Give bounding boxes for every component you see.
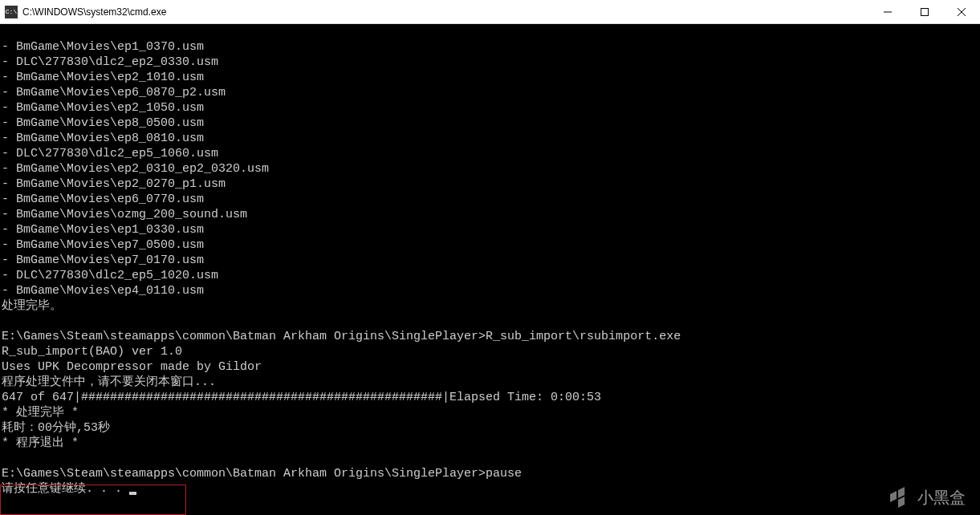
elapsed-time: 耗时：00分钟,53秒 [2,421,110,435]
file-line: - BmGame\Movies\ep7_0500.usm [2,238,204,252]
file-line: - BmGame\Movies\ep6_0870_p2.usm [2,86,226,99]
close-button[interactable] [943,0,980,23]
window-title: C:\WINDOWS\system32\cmd.exe [22,6,869,18]
file-line: - DLC\277830\dlc2_ep2_0330.usm [2,55,218,69]
file-line: - BmGame\Movies\ozmg_200_sound.usm [2,208,247,221]
cmd-icon: C:\ [5,6,18,18]
watermark-text: 小黑盒 [917,487,966,509]
processing-msg: 程序处理文件中，请不要关闭本窗口... [2,375,216,389]
status-done: 处理完毕。 [2,299,62,313]
file-line: - BmGame\Movies\ep6_0770.usm [2,193,204,206]
file-line: - BmGame\Movies\ep1_0330.usm [2,223,204,237]
file-line: - BmGame\Movies\ep2_0270_p1.usm [2,177,226,191]
file-line: - BmGame\Movies\ep2_1010.usm [2,71,204,84]
status-done: * 处理完毕 * [2,406,79,420]
maximize-button[interactable] [906,0,943,23]
exit-msg: * 程序退出 * [2,436,79,450]
svg-rect-1 [921,8,929,15]
tool-credit: Uses UPK Decompressor made by Gildor [2,360,262,374]
file-line: - BmGame\Movies\ep2_0310_ep2_0320.usm [2,162,269,176]
file-line: - BmGame\Movies\ep4_0110.usm [2,284,204,298]
file-line: - DLC\277830\dlc2_ep5_1060.usm [2,147,218,160]
prompt-line: E:\Games\Steam\steamapps\common\Batman A… [2,467,522,481]
progress-bar: 647 of 647|#############################… [2,391,601,404]
window-titlebar: C:\ C:\WINDOWS\system32\cmd.exe [0,0,980,24]
terminal-output[interactable]: - BmGame\Movies\ep1_0370.usm - DLC\27783… [0,24,980,497]
cursor [129,492,136,495]
watermark-icon [887,485,913,510]
prompt-line: E:\Games\Steam\steamapps\common\Batman A… [2,330,681,343]
file-line: - BmGame\Movies\ep7_0170.usm [2,253,204,267]
file-line: - BmGame\Movies\ep8_0810.usm [2,132,204,145]
watermark: 小黑盒 [887,485,966,510]
tool-name: R_sub_import(BAO) ver 1.0 [2,345,182,359]
file-line: - BmGame\Movies\ep2_1050.usm [2,101,204,115]
file-line: - DLC\277830\dlc2_ep5_1020.usm [2,269,218,282]
press-key-msg: 请按任意键继续. . . [2,482,129,496]
file-line: - BmGame\Movies\ep1_0370.usm [2,40,204,54]
minimize-button[interactable] [869,0,906,23]
window-controls [869,0,980,23]
file-line: - BmGame\Movies\ep8_0500.usm [2,116,204,130]
